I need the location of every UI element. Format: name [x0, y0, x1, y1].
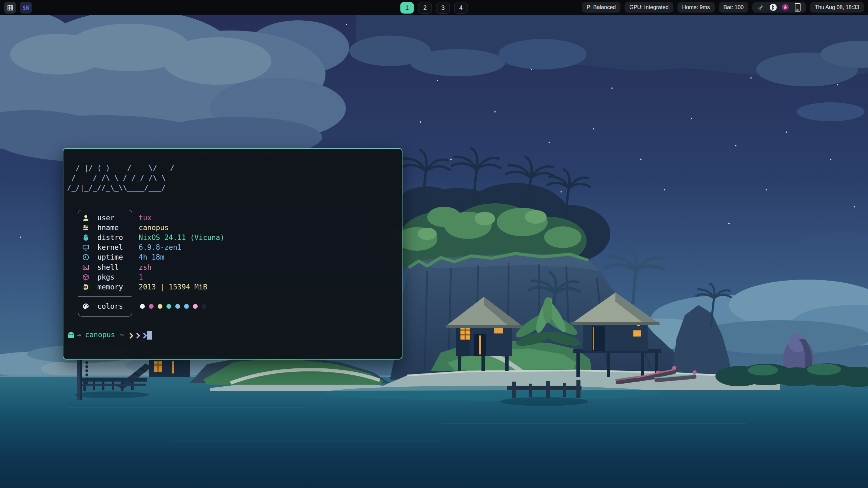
fetch-row-memory: memory 2013 | 15394 MiB: [78, 282, 329, 292]
fetch-label: kernel: [97, 243, 123, 251]
desktop: $W 1 2 3 4 P: Balanced GPU: Integrated H…: [0, 0, 868, 488]
prompt-cwd: ~: [120, 331, 124, 339]
grid-apps-icon: [7, 4, 14, 11]
workspace-button-3[interactable]: 3: [436, 2, 450, 14]
package-icon: [82, 273, 90, 281]
fetch-value: canopus: [139, 224, 169, 232]
fetch-label: user: [97, 214, 115, 222]
fetch-row-kernel: kernel 6.9.8-zen1: [78, 243, 329, 252]
swatch: [149, 304, 154, 309]
workspace-switcher: 1 2 3 4: [400, 2, 468, 14]
status-modules: P: Balanced GPU: Integrated Home: 9ms Ba…: [582, 2, 864, 13]
app-badge-button[interactable]: $W: [20, 2, 32, 14]
terminal-icon: [82, 264, 90, 271]
prompt-arrow: →: [77, 331, 81, 339]
fetch-row-user: user tux: [78, 213, 329, 223]
fetch-row-distro: distro NixOS 24.11 (Vicuna): [78, 232, 329, 242]
fetch-value: tux: [139, 214, 152, 222]
fetch-row-shell: shell zsh: [78, 262, 329, 272]
fetch-value: 2013 | 15394 MiB: [139, 283, 207, 291]
swatch: [166, 304, 171, 309]
monitor-icon: [82, 244, 90, 251]
clock-label: Thu Aug 08, 18:33: [815, 4, 859, 11]
fetch-row-hname: hname canopus: [78, 223, 329, 232]
bluetooth-icon[interactable]: ᛒ: [769, 3, 777, 12]
workspace-label: 4: [459, 4, 462, 12]
workspace-label: 1: [405, 4, 409, 12]
battery-module[interactable]: Bat: 100: [719, 2, 749, 13]
fetch-label: pkgs: [97, 273, 115, 281]
swatch: [202, 304, 206, 309]
power-profile-module[interactable]: P: Balanced: [582, 2, 620, 13]
swatch: [184, 304, 189, 309]
workspace-button-1[interactable]: 1: [400, 2, 414, 14]
fetch-info-divider: [78, 296, 132, 297]
fetch-value: zsh: [139, 263, 152, 271]
terminal-window[interactable]: _ ___ ____ ____ / |/ (_)_ __/ __ \/ __/ …: [63, 148, 402, 360]
workspace-label: 2: [423, 4, 427, 12]
app-badge-label: $W: [22, 4, 29, 11]
ping-label: Home: 9ms: [682, 4, 710, 11]
fetch-value: 4h 18m: [139, 253, 164, 261]
swatch: [140, 304, 145, 309]
fetch-label: colors: [97, 302, 123, 310]
fetch-row-colors: colors: [78, 301, 329, 311]
workspace-button-2[interactable]: 2: [418, 2, 432, 14]
flameshot-flame-icon[interactable]: [782, 3, 789, 12]
gpu-module[interactable]: GPU: Integrated: [625, 2, 673, 13]
battery-label: Bat: 100: [724, 4, 744, 11]
fetch-row-pkgs: pkgs 1: [78, 272, 329, 282]
user-icon: [82, 214, 90, 222]
fetch-value: 6.9.8-zen1: [139, 243, 181, 251]
phone-icon[interactable]: [794, 3, 801, 12]
launcher-group: $W: [4, 2, 32, 14]
palette-icon: [82, 303, 90, 310]
shell-prompt[interactable]: → canopus ~: [63, 331, 399, 341]
ping-module[interactable]: Home: 9ms: [677, 2, 715, 13]
swatch: [158, 304, 162, 309]
prompt-hostname: canopus: [85, 331, 115, 339]
prompt-chevrons: [128, 333, 149, 338]
terminal-color-swatches: [140, 304, 206, 309]
list-icon: [82, 224, 90, 231]
gpu-label: GPU: Integrated: [629, 4, 669, 11]
fetch-label: shell: [97, 263, 119, 271]
system-tray: ✂ ᛒ: [752, 2, 806, 13]
penguin-icon: [82, 234, 90, 241]
swatch: [175, 304, 180, 309]
fetch-label: memory: [97, 283, 123, 291]
swatch: [193, 304, 198, 309]
workspace-button-4[interactable]: 4: [454, 2, 468, 14]
fetch-label: distro: [97, 233, 123, 242]
workspace-label: 3: [441, 4, 445, 12]
ghost-icon: [67, 331, 75, 341]
chevron-icon: [134, 332, 140, 339]
apps-launcher-button[interactable]: [4, 2, 16, 14]
chip-icon: [82, 283, 90, 291]
fetch-value: NixOS 24.11 (Vicuna): [139, 233, 224, 242]
clock-icon: [82, 253, 90, 261]
top-bar: $W 1 2 3 4 P: Balanced GPU: Integrated H…: [0, 0, 868, 15]
scissors-clipboard-icon[interactable]: ✂: [757, 3, 765, 12]
chevron-icon: [141, 332, 147, 339]
chevron-icon: [127, 332, 133, 339]
fetch-value: 1: [139, 273, 143, 281]
power-profile-label: P: Balanced: [587, 4, 616, 11]
fetch-row-uptime: uptime 4h 18m: [78, 252, 329, 262]
nixos-ascii-logo: _ ___ ____ ____ / |/ (_)_ __/ __ \/ __/ …: [67, 154, 174, 193]
fetch-label: hname: [97, 224, 119, 232]
fetch-label: uptime: [97, 253, 123, 261]
terminal-cursor: [147, 331, 152, 340]
clock-module[interactable]: Thu Aug 08, 18:33: [810, 2, 864, 13]
